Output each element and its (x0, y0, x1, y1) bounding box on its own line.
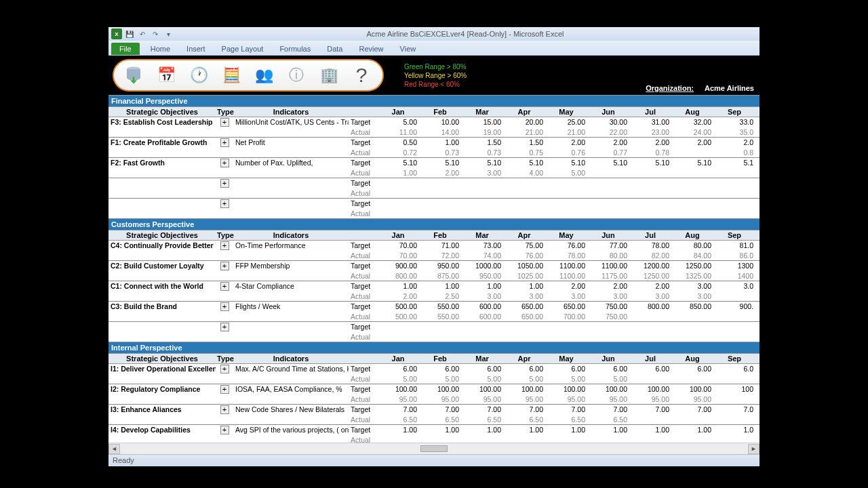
cell[interactable]: 5.00 (545, 168, 587, 178)
cell[interactable] (503, 435, 545, 443)
expand-icon[interactable]: + (220, 118, 229, 127)
help-icon[interactable]: ? (349, 62, 374, 88)
cell[interactable]: 600.00 (461, 302, 503, 312)
cell[interactable] (671, 312, 713, 321)
cell[interactable]: 7.00 (587, 405, 629, 415)
cell[interactable] (419, 188, 461, 198)
cell[interactable] (461, 178, 503, 188)
cell[interactable] (713, 415, 755, 424)
cell[interactable]: 1.0 (713, 425, 755, 435)
cell[interactable]: 1.00 (377, 425, 419, 435)
cell[interactable]: 1.00 (419, 138, 461, 148)
cell[interactable]: 76.00 (545, 241, 587, 251)
cell[interactable]: 1.00 (503, 425, 545, 435)
cell[interactable] (671, 199, 713, 209)
cell[interactable]: 95.00 (461, 394, 503, 404)
calendar-icon[interactable]: 📅 (153, 62, 179, 88)
cell[interactable] (629, 322, 671, 332)
cell[interactable]: 2.00 (545, 138, 587, 148)
cell[interactable]: 500.00 (377, 312, 419, 321)
cell[interactable] (713, 168, 755, 178)
cell[interactable]: 6.00 (629, 364, 671, 374)
cell[interactable]: 80.00 (587, 251, 629, 260)
cell[interactable]: 650.00 (503, 302, 545, 312)
expand-icon[interactable]: + (220, 302, 229, 311)
cell[interactable] (419, 199, 461, 209)
cell[interactable]: 1175.00 (587, 271, 629, 281)
cell[interactable]: 5.10 (377, 158, 419, 168)
cell[interactable]: 2.00 (587, 281, 629, 291)
cell[interactable]: 32.00 (671, 117, 713, 127)
cell[interactable]: 86.0 (713, 251, 755, 260)
cell[interactable] (545, 178, 587, 188)
cell[interactable] (671, 374, 713, 384)
expand-icon[interactable]: + (220, 405, 229, 414)
cell[interactable]: 875.00 (419, 271, 461, 281)
cell[interactable]: 6.50 (545, 415, 587, 424)
cell[interactable] (377, 199, 419, 209)
cell[interactable] (629, 199, 671, 209)
cell[interactable] (713, 322, 755, 332)
scroll-right-icon[interactable]: ► (748, 444, 760, 454)
cell[interactable]: 81.0 (713, 241, 755, 251)
cell[interactable]: 5.00 (545, 374, 587, 384)
tab-page-layout[interactable]: Page Layout (214, 43, 272, 55)
database-icon[interactable] (121, 62, 146, 88)
cell[interactable]: 5.10 (461, 158, 503, 168)
cell[interactable]: 73.00 (461, 241, 503, 251)
cell[interactable] (671, 168, 713, 178)
cell[interactable]: 22.00 (587, 127, 629, 137)
redo-icon[interactable]: ↷ (150, 28, 161, 39)
cell[interactable]: 2.00 (629, 281, 671, 291)
cell[interactable] (587, 332, 629, 342)
cell[interactable] (461, 322, 503, 332)
cell[interactable]: 100.00 (461, 384, 503, 394)
cell[interactable] (713, 178, 755, 188)
cell[interactable]: 1.00 (545, 425, 587, 435)
cell[interactable]: 2.00 (377, 291, 419, 301)
cell[interactable]: 95.00 (587, 394, 629, 404)
cell[interactable] (503, 332, 545, 342)
cell[interactable] (377, 178, 419, 188)
horizontal-scrollbar[interactable]: ◄ ► (108, 443, 760, 454)
users-icon[interactable]: 👥 (251, 62, 277, 88)
cell[interactable]: 5.00 (377, 374, 419, 384)
cell[interactable]: 2.00 (419, 168, 461, 178)
cell[interactable]: 900.00 (377, 261, 419, 271)
cell[interactable]: 7.00 (377, 405, 419, 415)
cell[interactable]: 0.78 (629, 148, 671, 157)
cell[interactable] (587, 188, 629, 198)
cell[interactable] (545, 435, 587, 443)
cell[interactable]: 1100.00 (587, 261, 629, 271)
cell[interactable]: 1300 (713, 261, 755, 271)
cell[interactable]: 5.10 (545, 158, 587, 168)
cell[interactable]: 95.00 (545, 394, 587, 404)
cell[interactable]: 100 (713, 384, 755, 394)
cell[interactable]: 78.00 (545, 251, 587, 260)
cell[interactable]: 0.8 (713, 148, 755, 157)
cell[interactable]: 82.00 (629, 251, 671, 260)
cell[interactable]: 0.75 (503, 148, 545, 157)
cell[interactable] (713, 312, 755, 321)
worksheet[interactable]: Financial PerspectiveStrategic Objective… (108, 95, 760, 443)
cell[interactable]: 6.00 (587, 364, 629, 374)
cell[interactable]: 5.00 (461, 374, 503, 384)
cell[interactable]: 5.00 (587, 374, 629, 384)
cell[interactable]: 5.00 (419, 374, 461, 384)
cell[interactable]: 2.00 (545, 281, 587, 291)
cell[interactable]: 71.00 (419, 241, 461, 251)
cell[interactable]: 2.50 (419, 291, 461, 301)
cell[interactable]: 14.00 (419, 127, 461, 137)
tab-file[interactable]: File (111, 43, 140, 55)
cell[interactable]: 800.00 (629, 302, 671, 312)
cell[interactable]: 1.00 (419, 425, 461, 435)
cell[interactable] (713, 374, 755, 384)
cell[interactable] (419, 178, 461, 188)
cell[interactable]: 74.00 (461, 251, 503, 260)
cell[interactable]: 3.00 (461, 291, 503, 301)
cell[interactable]: 6.00 (545, 364, 587, 374)
cell[interactable]: 100.00 (587, 384, 629, 394)
cell[interactable]: 1.00 (587, 425, 629, 435)
cell[interactable] (377, 188, 419, 198)
cell[interactable]: 750.00 (587, 302, 629, 312)
